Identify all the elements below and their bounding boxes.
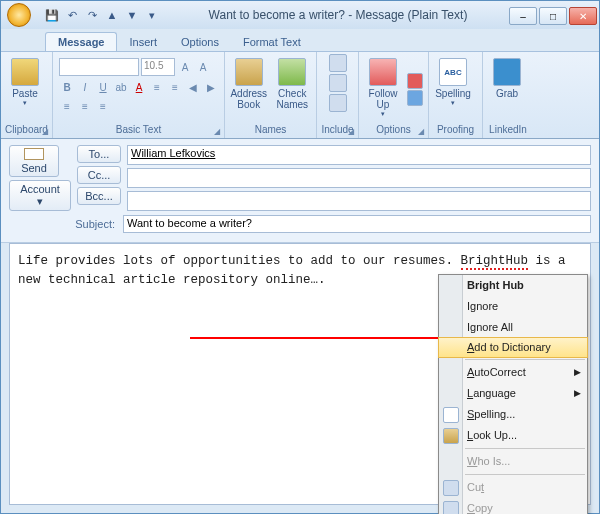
group-options: Follow Up ▾ Options ◢ [359,52,429,138]
message-body[interactable]: Life provides lots of opportunities to a… [9,243,591,505]
shrink-font-icon[interactable]: A [195,59,211,75]
importance-low-icon[interactable] [407,90,423,106]
tab-format-text[interactable]: Format Text [231,33,313,51]
basictext-dialog-icon[interactable]: ◢ [212,126,222,136]
to-field[interactable]: William Lefkovics [127,145,591,165]
menu-item-label: Look Up... [467,427,517,444]
menu-item-label: Cut [467,479,484,496]
minimize-button[interactable]: – [509,7,537,25]
address-book-label: Address Book [229,88,269,110]
include-dialog-icon[interactable]: ◢ [346,126,356,136]
envelope-icon [24,148,44,160]
options-dialog-icon[interactable]: ◢ [416,126,426,136]
menu-item-who-is: Who Is... [439,451,587,472]
spelling-label: Spelling [435,88,471,99]
signature-icon[interactable] [329,94,347,112]
cut-icon [443,480,459,496]
font-size-combo[interactable]: 10.5 [141,58,175,76]
group-proofing: ABC Spelling ▾ Proofing [429,52,483,138]
ribbon: Paste ▾ Clipboard ◢ 10.5 A A B I U a [1,51,599,139]
paste-label: Paste [12,88,38,99]
redo-icon[interactable]: ↷ [83,6,101,24]
menu-separator [465,359,585,360]
window-title: Want to become a writer? - Message (Plai… [167,8,509,22]
italic-icon[interactable]: I [77,79,93,95]
spelling-button[interactable]: ABC Spelling ▾ [433,56,473,122]
align-right-icon[interactable]: ≡ [95,98,111,114]
to-button[interactable]: To... [77,145,121,163]
cc-field[interactable] [127,168,591,188]
save-icon[interactable]: 💾 [43,6,61,24]
subject-label: Subject: [73,218,117,230]
importance-high-icon[interactable] [407,73,423,89]
menu-item-spelling[interactable]: Spelling... [439,404,587,425]
submenu-arrow-icon: ▶ [574,366,581,380]
menu-item-label: AutoCorrect [467,364,526,381]
misspelled-word[interactable]: BrightHub [461,254,529,270]
to-value: William Lefkovics [131,147,215,159]
grab-button[interactable]: Grab [487,56,527,122]
prev-item-icon[interactable]: ▲ [103,6,121,24]
menu-item-label: Spelling... [467,406,515,423]
group-linkedin-label: LinkedIn [487,124,529,136]
attach-file-icon[interactable] [329,54,347,72]
menu-item-label: Bright Hub [467,277,524,294]
bcc-field[interactable] [127,191,591,211]
account-button[interactable]: Account ▾ [9,180,71,211]
menu-item-label: Who Is... [467,453,510,470]
send-button[interactable]: Send [9,145,59,177]
menu-item-ignore-all[interactable]: Ignore All [439,317,587,338]
address-book-button[interactable]: Address Book [229,56,269,122]
menu-item-look-up[interactable]: Look Up... [439,425,587,446]
menu-item-label: Ignore All [467,319,513,336]
bcc-button[interactable]: Bcc... [77,187,121,205]
maximize-button[interactable]: □ [539,7,567,25]
grow-font-icon[interactable]: A [177,59,193,75]
outlook-message-window: 💾 ↶ ↷ ▲ ▼ ▾ Want to become a writer? - M… [0,0,600,514]
numbering-icon[interactable]: ≡ [167,79,183,95]
menu-separator [465,474,585,475]
menu-item-bright-hub[interactable]: Bright Hub [439,275,587,296]
next-item-icon[interactable]: ▼ [123,6,141,24]
group-basic-text: 10.5 A A B I U ab A ≡ ≡ ◀ ▶ ≡ ≡ [53,52,225,138]
close-button[interactable]: ✕ [569,7,597,25]
bold-icon[interactable]: B [59,79,75,95]
titlebar: 💾 ↶ ↷ ▲ ▼ ▾ Want to become a writer? - M… [1,1,599,29]
follow-up-button[interactable]: Follow Up ▾ [363,56,403,122]
undo-icon[interactable]: ↶ [63,6,81,24]
bullets-icon[interactable]: ≡ [149,79,165,95]
menu-item-autocorrect[interactable]: AutoCorrect▶ [439,362,587,383]
tab-insert[interactable]: Insert [117,33,169,51]
menu-item-add-to-dictionary[interactable]: Add to Dictionary [438,337,588,358]
tab-message[interactable]: Message [45,32,117,51]
abc-icon [443,407,459,423]
group-names: Address Book Check Names Names [225,52,317,138]
align-left-icon[interactable]: ≡ [59,98,75,114]
body-text-pre: Life provides lots of opportunities to a… [18,254,461,268]
office-button[interactable] [1,1,37,29]
indent-icon[interactable]: ▶ [203,79,219,95]
subject-field[interactable]: Want to become a writer? [123,215,591,233]
attach-item-icon[interactable] [329,74,347,92]
menu-item-language[interactable]: Language▶ [439,383,587,404]
outdent-icon[interactable]: ◀ [185,79,201,95]
clipboard-dialog-icon[interactable]: ◢ [40,126,50,136]
follow-up-label: Follow Up [363,88,403,110]
font-name-combo[interactable] [59,58,139,76]
window-controls: – □ ✕ [509,5,599,25]
menu-item-ignore[interactable]: Ignore [439,296,587,317]
tab-options[interactable]: Options [169,33,231,51]
cc-button[interactable]: Cc... [77,166,121,184]
highlight-icon[interactable]: ab [113,79,129,95]
underline-icon[interactable]: U [95,79,111,95]
quick-access-toolbar: 💾 ↶ ↷ ▲ ▼ ▾ [37,6,167,24]
menu-item-label: Language [467,385,516,402]
check-names-button[interactable]: Check Names [273,56,313,122]
font-color-icon[interactable]: A [131,79,147,95]
annotation-arrow [190,337,460,339]
group-names-label: Names [229,124,312,136]
paste-button[interactable]: Paste ▾ [5,56,45,122]
align-center-icon[interactable]: ≡ [77,98,93,114]
group-include: Include ◢ [317,52,359,138]
qat-customize-icon[interactable]: ▾ [143,6,161,24]
